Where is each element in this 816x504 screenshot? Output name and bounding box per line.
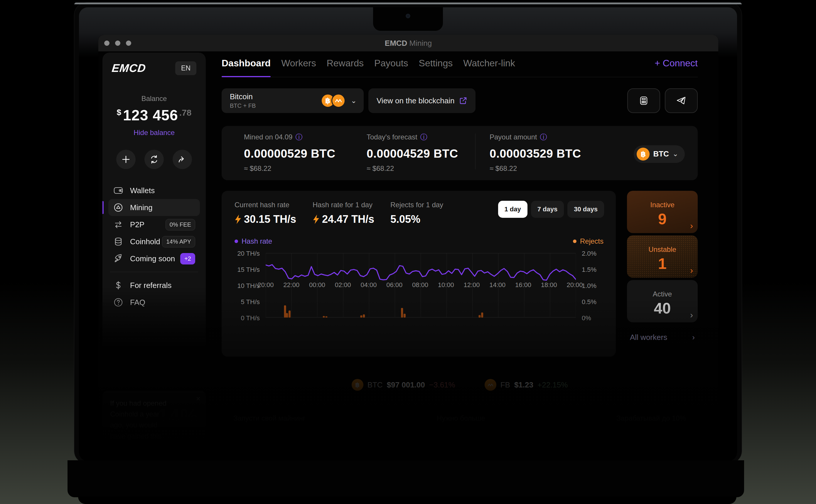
tab-watcher-link[interactable]: Watcher-link [463, 58, 515, 69]
main-content: Dashboard Workers Rewards Payouts Settin… [222, 53, 698, 357]
exchange-button[interactable] [144, 150, 164, 169]
sidebar-item-coinhold[interactable]: Coinhold 14% APY [108, 233, 200, 250]
tab-dashboard[interactable]: Dashboard [222, 58, 271, 69]
window-titlebar: EMCD Mining [98, 35, 718, 51]
coin-subtitle: BTC + FB [230, 102, 256, 109]
ticker-price: $1.23 [514, 380, 533, 390]
coin-select-dropdown[interactable]: Bitcoin BTC + FB ฿ ⌄ [222, 88, 364, 113]
tab-workers[interactable]: Workers [281, 58, 316, 69]
view-blockchain-label: View on the blockchain [377, 96, 454, 105]
all-workers-label: All workers [630, 333, 667, 342]
sidebar-item-faq[interactable]: FAQ [108, 294, 200, 311]
x-tick: 10:00 [438, 281, 454, 289]
chevron-right-icon: › [690, 310, 693, 320]
range-1day-button[interactable]: 1 day [498, 201, 527, 218]
x-tick: 04:00 [360, 281, 377, 289]
active-indicator [102, 201, 104, 214]
footer-promo-item: Зарабатывай до 10% [616, 414, 686, 422]
y-tick: 0.5% [582, 298, 596, 306]
y-tick: 2.0% [582, 250, 596, 257]
workers-active-card[interactable]: Active 40 › [627, 280, 698, 322]
chevron-right-icon: › [690, 265, 693, 275]
chart-legend: Hash rate Rejects [235, 237, 604, 245]
calculator-button[interactable] [627, 88, 660, 113]
window-title: EMCD Mining [98, 39, 718, 48]
range-7days-button[interactable]: 7 days [531, 201, 564, 218]
stats-card: Mined on 04.09ⓘ 0.00000529 BTC ≈ $68.22 … [222, 126, 698, 180]
x-tick: 18:00 [541, 281, 557, 289]
connect-button[interactable]: + Connect [655, 58, 698, 69]
balance-label: Balance [108, 95, 200, 103]
view-blockchain-button[interactable]: View on the blockchain [368, 88, 476, 113]
chevron-right-icon: › [692, 333, 695, 342]
x-tick: 14:00 [489, 281, 505, 289]
stat-label: Today's forecast [367, 133, 417, 141]
sidebar-item-coming-soon[interactable]: Coming soon +2 [108, 250, 200, 267]
balance-currency: $ [117, 108, 121, 117]
x-tick: 22:00 [283, 281, 299, 289]
rejects-label: Rejects for 1 day [390, 201, 443, 209]
coinhold-apy-badge: 14% APY [162, 236, 195, 247]
x-tick: 02:00 [335, 281, 351, 289]
x-tick: 06:00 [386, 281, 402, 289]
p2p-fee-badge: 0% FEE [166, 219, 195, 230]
toolbar: Bitcoin BTC + FB ฿ ⌄ View on the blockch [222, 88, 698, 113]
nav-tabs: Dashboard Workers Rewards Payouts Settin… [222, 58, 515, 69]
sidebar-item-mining[interactable]: Mining [108, 199, 200, 216]
worker-card-value: 40 [627, 299, 698, 317]
legend-hashrate: Hash rate [235, 237, 272, 245]
worker-card-label: Unstable [627, 235, 698, 254]
hashrate-chart-card: Current hash rate 30.15 TH/s Hash rate f… [222, 191, 616, 357]
stat-mined: Mined on 04.09ⓘ 0.00000529 BTC ≈ $68.22 [244, 132, 367, 180]
btc-coin-icon: ฿ [637, 148, 650, 161]
legend-hashrate-label: Hash rate [242, 237, 272, 245]
close-icon[interactable]: × [196, 394, 200, 403]
balance-decimals: .78 [179, 108, 192, 117]
hide-balance-link[interactable]: Hide balance [108, 129, 200, 137]
all-workers-link[interactable]: All workers › [627, 333, 698, 342]
sidebar-item-referrals[interactable]: For referrals [108, 277, 200, 294]
chevron-right-icon: › [690, 221, 693, 231]
stat-divider [475, 134, 476, 169]
payout-currency-dropdown[interactable]: ฿ BTC ⌄ [634, 145, 685, 163]
language-switcher[interactable]: EN [175, 61, 196, 75]
footer-promo-item: Запусти свой майнинг [233, 414, 305, 422]
balance-block: Balance $123 456.78 Hide balance [108, 95, 200, 137]
x-tick: 20:00 [567, 281, 583, 289]
y-tick: 15 TH/s [237, 266, 260, 274]
current-hashrate-value: 30.15 TH/s [244, 213, 296, 225]
range-30days-button[interactable]: 30 days [567, 201, 604, 218]
range-switcher: 1 day 7 days 30 days [498, 201, 604, 225]
withdraw-button[interactable] [173, 150, 192, 169]
external-link-icon [459, 97, 467, 105]
send-button[interactable] [665, 88, 698, 113]
deposit-button[interactable] [116, 150, 136, 169]
chevron-down-icon: ⌄ [351, 99, 357, 103]
x-tick: 20:00 [257, 281, 274, 289]
laptop-base [68, 460, 744, 497]
day-hashrate: Hash rate for 1 day 24.47 TH/s [313, 201, 390, 225]
current-hashrate: Current hash rate 30.15 TH/s [235, 201, 313, 225]
balance-amount: $123 456.78 [108, 107, 200, 124]
tab-rewards[interactable]: Rewards [327, 58, 364, 69]
coinhold-promo-card[interactable]: If you had opened Coinhold a year ago, y… [102, 391, 206, 446]
calculator-icon [639, 96, 649, 106]
workers-unstable-card[interactable]: Unstable 1 › [627, 235, 698, 278]
btc-ticker: ฿ BTC $97 001.00 −3.61% [352, 379, 455, 391]
balance-actions [108, 150, 200, 169]
worker-card-value: 1 [627, 255, 698, 272]
sidebar-item-wallets[interactable]: Wallets [108, 182, 200, 199]
tab-settings[interactable]: Settings [419, 58, 453, 69]
rejects-dot-icon [573, 240, 576, 243]
worker-card-label: Inactive [627, 191, 698, 209]
workers-inactive-card[interactable]: Inactive 9 › [627, 191, 698, 233]
sidebar-item-p2p[interactable]: P2P 0% FEE [108, 216, 200, 233]
info-icon[interactable]: ⓘ [540, 132, 547, 142]
day-hashrate-value: 24.47 TH/s [322, 213, 374, 225]
sidebar-item-label: FAQ [130, 298, 145, 307]
tab-payouts[interactable]: Payouts [374, 58, 408, 69]
info-icon[interactable]: ⓘ [420, 132, 427, 142]
page: { "window": { "title_bold": "EMCD", "tit… [0, 0, 816, 504]
lightning-icon [235, 214, 242, 224]
info-icon[interactable]: ⓘ [295, 132, 302, 142]
